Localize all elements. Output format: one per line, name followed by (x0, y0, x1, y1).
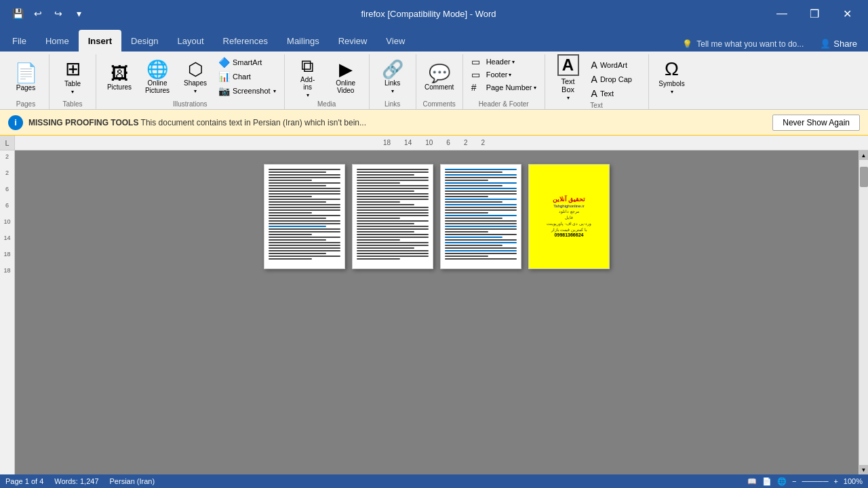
tab-home[interactable]: Home (36, 30, 79, 52)
restore-button[interactable]: ❒ (799, 3, 830, 24)
notification-msg2: This document contains text in Persian (… (141, 118, 366, 127)
wordart-label: WordArt (600, 61, 627, 69)
page-thumb-2[interactable] (352, 164, 433, 269)
footer-label: Footer (486, 70, 508, 79)
scroll-down-button[interactable]: ▼ (859, 465, 869, 474)
dropcap-label: Drop Cap (600, 75, 632, 83)
undo-button[interactable]: ↩ (28, 4, 47, 23)
wordart-button[interactable]: A WordArt (589, 58, 643, 72)
page-4-ad: تحقیق آنلاین Tahghighonline.ir مرجع دانل… (529, 165, 609, 268)
page-3-content (441, 165, 521, 265)
pages-group-content: 📄 Pages (8, 56, 43, 99)
table-icon: ⊞ (65, 60, 81, 79)
pages-button[interactable]: 📄 Pages (8, 56, 43, 99)
comment-icon: 💬 (429, 64, 450, 82)
ribbon-group-comments: 💬 Comment Comments (416, 54, 463, 109)
online-video-icon: ▶ (339, 60, 353, 78)
search-placeholder: Tell me what you want to do... (696, 39, 804, 49)
close-button[interactable]: ✕ (831, 3, 863, 24)
addins-icon: ⧉ (301, 57, 314, 75)
statusbar: Page 1 of 4 Words: 1,247 Persian (Iran) … (0, 474, 868, 488)
page-thumb-3[interactable] (440, 164, 521, 269)
wordart-icon: A (591, 60, 597, 70)
text-button[interactable]: A Text (589, 87, 643, 100)
horizontal-ruler: L 18 14 10 6 2 2 (0, 136, 868, 150)
zoom-bar: ───── (802, 477, 828, 485)
tab-mailings[interactable]: Mailings (277, 30, 329, 52)
links-group-content: 🔗 Links ▾ (375, 56, 410, 99)
addins-button[interactable]: ⧉ Add- ins ▾ (290, 56, 326, 99)
redo-button[interactable]: ↪ (49, 4, 68, 23)
save-button[interactable]: 💾 (8, 4, 27, 23)
ruler-corner: L (0, 136, 15, 150)
screenshot-icon: 📷 (218, 85, 230, 96)
tab-view[interactable]: View (376, 30, 414, 52)
page-thumb-4[interactable]: تحقیق آنلاین Tahghighonline.ir مرجع دانل… (528, 164, 610, 269)
read-mode-icon[interactable]: 📖 (747, 477, 757, 486)
scroll-thumb[interactable] (860, 167, 868, 187)
vertical-scrollbar[interactable]: ▲ ▼ (859, 150, 868, 474)
share-icon: 👤 (820, 39, 831, 49)
zoom-in-button[interactable]: + (833, 477, 837, 485)
pages-area: تحقیق آنلاین Tahghighonline.ir مرجع دانل… (15, 150, 859, 474)
online-video-button[interactable]: ▶ Online Video (328, 56, 363, 99)
comment-button[interactable]: 💬 Comment (422, 56, 457, 99)
chart-button[interactable]: 📊 Chart (216, 70, 279, 83)
pictures-button[interactable]: 🖼 Pictures (102, 56, 137, 99)
links-icon: 🔗 (382, 60, 403, 78)
shapes-icon: ⬡ (188, 60, 203, 78)
ad-line2: فایل (565, 215, 573, 220)
page-thumb-1[interactable] (264, 164, 345, 269)
web-layout-icon[interactable]: 🌐 (777, 477, 787, 486)
table-label: Table (64, 80, 81, 87)
illustrations-col: 🔷 SmartArt 📊 Chart 📷 Screenshot ▾ (216, 56, 279, 98)
tab-review[interactable]: Review (329, 30, 377, 52)
page-number-button[interactable]: # Page Number ▾ (469, 81, 539, 94)
links-dropdown: ▾ (391, 88, 394, 94)
media-group-content: ⧉ Add- ins ▾ ▶ Online Video (290, 56, 363, 99)
shapes-button[interactable]: ⬡ Shapes ▾ (178, 56, 213, 99)
share-button[interactable]: 👤 Share (812, 36, 865, 52)
screenshot-button[interactable]: 📷 Screenshot ▾ (216, 84, 279, 98)
dropcap-button[interactable]: A Drop Cap (589, 73, 643, 86)
tab-references[interactable]: References (214, 30, 277, 52)
tab-design[interactable]: Design (121, 30, 167, 52)
chart-label: Chart (233, 73, 251, 81)
tab-layout[interactable]: Layout (168, 30, 214, 52)
online-pictures-button[interactable]: 🌐 Online Pictures (140, 56, 175, 99)
links-button[interactable]: 🔗 Links ▾ (375, 56, 410, 99)
media-group-label: Media (317, 100, 336, 109)
customize-qat-button[interactable]: ▾ (69, 4, 88, 23)
comment-label: Comment (425, 83, 454, 91)
tab-file[interactable]: File (3, 30, 36, 52)
document-area: 2 2 6 6 10 14 18 18 (0, 150, 868, 474)
smartart-button[interactable]: 🔷 SmartArt (216, 56, 279, 69)
header-footer-group-content: ▭ Header ▾ ▭ Footer ▾ # Page Number ▾ (469, 56, 539, 99)
textbox-button[interactable]: A TextBox ▾ (551, 56, 586, 99)
illustrations-group-label: Illustrations (173, 100, 208, 109)
footer-button[interactable]: ▭ Footer ▾ (469, 68, 539, 81)
zoom-out-button[interactable]: − (792, 477, 796, 485)
page-1-content (264, 165, 344, 265)
header-button[interactable]: ▭ Header ▾ (469, 56, 539, 68)
ruler-mark-3: 10 (425, 139, 433, 146)
scroll-track[interactable] (859, 160, 868, 465)
ribbon-search[interactable]: 💡 Tell me what you want to do... (674, 37, 812, 52)
word-count: Words: 1,247 (54, 477, 98, 485)
pages-group-label: Pages (16, 100, 35, 109)
never-show-again-button[interactable]: Never Show Again (772, 115, 860, 131)
smartart-icon: 🔷 (218, 57, 230, 68)
tab-insert[interactable]: Insert (79, 30, 121, 52)
table-button[interactable]: ⊞ Table ▾ (55, 56, 90, 99)
shapes-dropdown: ▾ (194, 88, 197, 94)
scroll-up-button[interactable]: ▲ (859, 150, 869, 160)
print-layout-icon[interactable]: 📄 (762, 477, 772, 486)
symbols-button[interactable]: Ω Symbols ▾ (654, 56, 690, 99)
language-indicator: Persian (Iran) (110, 477, 155, 485)
minimize-button[interactable]: — (766, 3, 797, 24)
chart-icon: 📊 (218, 71, 230, 82)
ad-line3: ورد-پی دی اف- پاورپوینت (547, 221, 591, 226)
illustrations-group-content: 🖼 Pictures 🌐 Online Pictures ⬡ Shapes ▾ … (102, 56, 279, 99)
ribbon-content: 📄 Pages Pages ⊞ Table ▾ Tables 🖼 Picture… (0, 52, 868, 110)
ad-phone: 09981366624 (555, 232, 584, 237)
